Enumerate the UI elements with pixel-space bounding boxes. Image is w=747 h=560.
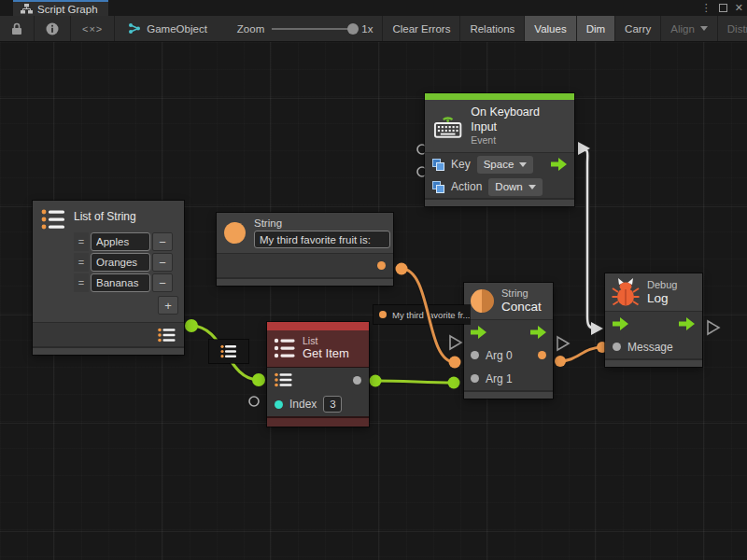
graph-icon — [21, 4, 33, 14]
bug-icon — [612, 277, 640, 307]
drag-handle-icon[interactable]: = — [74, 273, 89, 292]
list-item-input[interactable] — [91, 232, 150, 251]
key-dropdown[interactable]: Space — [477, 156, 534, 174]
list-item-input[interactable] — [91, 253, 150, 272]
window-menu-icon[interactable]: ⋮ — [701, 3, 712, 13]
graph-canvas[interactable]: On Keyboard Input Event Key Space — [0, 42, 747, 560]
flow-out-port[interactable] — [530, 326, 546, 339]
titlebar: Script Graph ⋮ ✕ — [0, 0, 747, 16]
node-debug-log[interactable]: Debug Log Message — [605, 273, 702, 367]
tab-script-graph[interactable]: Script Graph — [13, 0, 108, 16]
arg1-input-port[interactable] — [471, 374, 479, 383]
list-item-input[interactable] — [91, 273, 150, 292]
value-wire-concat-to-log[interactable] — [560, 347, 602, 361]
flow-wire-outline — [583, 148, 594, 329]
gameobject-icon — [128, 22, 141, 35]
maximize-icon[interactable] — [719, 4, 727, 12]
action-dropdown[interactable]: Down — [488, 178, 542, 196]
wire-endpoint — [185, 319, 198, 332]
gameobject-target[interactable]: GameObject — [115, 16, 220, 41]
close-icon[interactable]: ✕ — [735, 3, 743, 13]
index-input-port[interactable] — [275, 400, 283, 409]
remove-item-button[interactable]: − — [152, 232, 173, 251]
node-footer — [464, 390, 553, 399]
index-label: Index — [289, 398, 317, 411]
zoom-slider-handle[interactable] — [347, 23, 359, 35]
message-input-port[interactable] — [613, 343, 621, 351]
edit-graph-button[interactable]: <×> — [71, 16, 115, 41]
remove-item-button[interactable]: − — [152, 253, 173, 272]
list-inline-editor: = − = − = − + — [74, 232, 178, 315]
list-output-port[interactable] — [158, 328, 176, 343]
node-footer — [605, 358, 702, 367]
unconnected-flow-triangle[interactable] — [450, 336, 461, 349]
flow-out-port[interactable] — [551, 158, 567, 171]
event-accent-bar — [425, 93, 574, 100]
result-output-port[interactable] — [538, 351, 546, 359]
remove-item-button[interactable]: − — [152, 273, 173, 292]
flow-out-port[interactable] — [679, 317, 695, 330]
flow-in-port[interactable] — [471, 326, 486, 339]
index-value-input[interactable] — [323, 396, 342, 413]
string-type-icon — [224, 222, 246, 244]
relations-button[interactable]: Relations — [460, 16, 525, 41]
key-port-label: Key — [451, 158, 471, 171]
lock-button[interactable] — [0, 16, 35, 41]
node-title: Log — [647, 291, 677, 306]
unconnected-flow-triangle[interactable] — [557, 337, 569, 350]
node-on-keyboard-input[interactable]: On Keyboard Input Event Key Space — [425, 93, 574, 206]
string-value-input[interactable] — [254, 231, 390, 248]
list-icon — [41, 208, 65, 231]
node-title: List of String — [74, 208, 136, 223]
result-output-port[interactable] — [353, 376, 361, 385]
zoom-control: Zoom 1x — [220, 16, 384, 41]
flow-in-port[interactable] — [613, 317, 628, 330]
wire-endpoint — [448, 377, 460, 389]
wire-outline — [375, 381, 454, 383]
clear-errors-button[interactable]: Clear Errors — [383, 16, 460, 41]
list-input-port[interactable] — [275, 372, 293, 387]
flow-arrowhead-start — [578, 142, 590, 155]
key-port-icon — [432, 159, 444, 171]
node-footer — [267, 416, 369, 427]
unconnected-port-circle[interactable] — [249, 397, 259, 406]
info-button[interactable] — [35, 16, 71, 41]
wire-endpoint — [396, 263, 408, 275]
node-list-of-string[interactable]: List of String = − = − = — [33, 201, 184, 355]
unconnected-flow-triangle[interactable] — [708, 321, 719, 334]
window-controls: ⋮ ✕ — [701, 0, 743, 16]
wire-list-value-tooltip — [209, 340, 248, 363]
wire-value-tooltip: My third favorite fr... — [374, 305, 470, 324]
node-subtitle: Event — [471, 134, 567, 147]
drag-handle-icon[interactable]: = — [74, 253, 89, 272]
node-concat[interactable]: String Concat Arg 0 — [464, 283, 553, 399]
drag-handle-icon[interactable]: = — [74, 232, 89, 251]
info-icon — [46, 22, 59, 35]
values-button[interactable]: Values — [525, 16, 576, 41]
node-title: On Keyboard Input — [471, 105, 567, 134]
node-title: Get Item — [303, 346, 349, 361]
concat-icon — [471, 289, 494, 313]
arg0-input-port[interactable] — [471, 351, 479, 359]
node-footer — [217, 277, 393, 286]
node-title: String — [254, 217, 390, 230]
list-item-row: = − — [74, 273, 178, 292]
string-output-port[interactable] — [377, 261, 386, 270]
dropdown-arrow-icon — [519, 162, 527, 167]
flow-wire-keyboard-to-log[interactable] — [583, 148, 594, 329]
dropdown-arrow-icon — [700, 26, 708, 31]
node-get-item[interactable]: List Get Item Index — [267, 322, 369, 427]
list-item-row: = − — [74, 253, 178, 272]
align-button[interactable]: Align — [661, 16, 718, 41]
value-wire-getitem-to-concat[interactable] — [375, 381, 454, 383]
dim-button[interactable]: Dim — [577, 16, 615, 41]
node-category: Debug — [647, 279, 677, 291]
node-string-literal[interactable]: String — [217, 213, 393, 286]
arg0-label: Arg 0 — [486, 349, 513, 362]
zoom-value: 1x — [361, 23, 373, 35]
distribute-button[interactable]: Distribute — [718, 16, 747, 41]
carry-button[interactable]: Carry — [615, 16, 661, 41]
node-title: Concat — [501, 300, 542, 315]
add-item-button[interactable]: + — [158, 296, 178, 315]
zoom-slider[interactable] — [272, 28, 354, 30]
